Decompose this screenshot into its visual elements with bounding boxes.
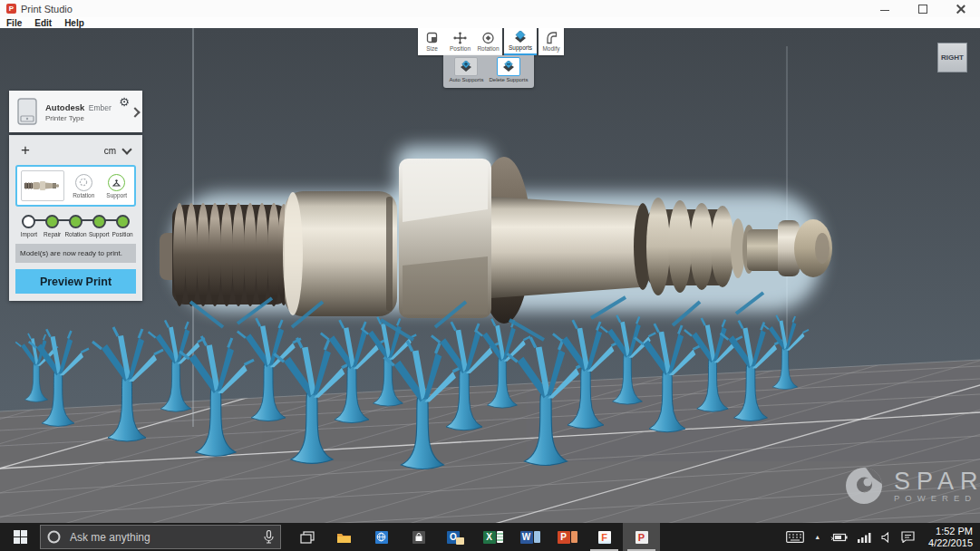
size-icon [425, 32, 439, 44]
model-rotation-button[interactable]: Rotation [70, 174, 98, 198]
printer-card[interactable]: Autodesk Ember Printer Type ⚙ [9, 91, 142, 132]
delete-supports-icon [501, 61, 516, 72]
action-center-icon[interactable] [901, 531, 915, 543]
auto-supports-icon [459, 61, 473, 72]
step-repair[interactable]: Repair [41, 215, 64, 237]
file-explorer-icon [336, 531, 352, 544]
search-input[interactable] [68, 530, 257, 545]
powerpoint-button[interactable]: P [548, 523, 586, 551]
viewport-3d[interactable]: Size Position Rotation [0, 28, 980, 523]
step-import[interactable]: Import [17, 215, 41, 237]
battery-charging-icon[interactable] [830, 532, 848, 543]
status-message: Model(s) are now ready to print. [15, 244, 136, 263]
fusion-icon: F [598, 531, 611, 544]
taskbar-apps: O X W P F P [288, 523, 660, 551]
size-button[interactable]: Size [418, 28, 446, 55]
network-signal-icon[interactable] [858, 532, 871, 543]
system-tray: ▲ 1:52 PM 4/22/2015 [786, 526, 980, 549]
add-model-button[interactable]: + [15, 142, 35, 159]
print-setup-panel: Autodesk Ember Printer Type ⚙ + cm [9, 91, 142, 301]
tray-time: 1:52 PM [928, 526, 973, 537]
fusion-app-button[interactable]: F [586, 523, 623, 551]
word-icon: W [520, 531, 533, 544]
windows-logo-icon [14, 530, 27, 544]
units-dropdown[interactable]: cm [104, 146, 136, 156]
spark-name: SPARK [894, 469, 980, 493]
supports-subtoolbar: Auto Supports Delete Supports [443, 55, 534, 88]
task-view-button[interactable] [288, 523, 325, 551]
maximize-icon [918, 5, 927, 14]
task-view-icon [300, 531, 315, 544]
excel-button[interactable]: X [474, 523, 511, 551]
barrel-section [491, 197, 640, 298]
spark-swirl-icon [843, 465, 885, 507]
step-support[interactable]: Support [87, 215, 111, 237]
minimize-button[interactable] [866, 0, 904, 17]
store-icon [412, 531, 425, 544]
volume-icon[interactable] [881, 532, 891, 543]
menu-bar: File Edit Help [0, 17, 980, 28]
step-rotation-dot [69, 215, 82, 228]
insulator-rib-section [646, 198, 734, 295]
step-repair-dot [45, 215, 59, 228]
printer-settings-gear-icon[interactable]: ⚙ [119, 97, 130, 108]
close-button[interactable] [942, 0, 980, 17]
printer-model: Ember [89, 103, 112, 112]
position-button[interactable]: Position [446, 28, 474, 55]
delete-supports-button[interactable]: Delete Supports [490, 57, 529, 82]
menu-file[interactable]: File [6, 18, 22, 28]
supports-button[interactable]: Supports [504, 28, 537, 55]
word-button[interactable]: W [511, 523, 548, 551]
rotation-button[interactable]: Rotation [474, 28, 502, 55]
step-position-dot [116, 215, 130, 228]
units-value: cm [104, 146, 116, 156]
model-support-button[interactable]: Support [103, 174, 131, 198]
supports-icon [513, 31, 528, 44]
word-page [534, 531, 540, 543]
store-button[interactable] [400, 523, 437, 551]
tray-clock[interactable]: 1:52 PM 4/22/2015 [928, 526, 973, 549]
viewport-3d-scene [0, 28, 980, 523]
cortana-icon [47, 530, 61, 544]
menu-edit[interactable]: Edit [34, 18, 52, 28]
show-hidden-icons-caret[interactable]: ▲ [814, 534, 820, 540]
microphone-icon[interactable] [264, 530, 274, 544]
cortana-search-box[interactable] [40, 525, 281, 549]
touch-keyboard-icon[interactable] [786, 531, 804, 543]
position-icon [453, 32, 467, 44]
edge-browser-button[interactable] [363, 523, 400, 551]
model-list-item[interactable]: Rotation Support [15, 165, 136, 207]
auto-supports-button[interactable]: Auto Supports [449, 57, 483, 82]
preview-print-button[interactable]: Preview Print [15, 269, 136, 294]
maximize-button[interactable] [904, 0, 942, 17]
modify-button[interactable]: Modify [539, 28, 564, 55]
windows-taskbar: O X W P F P [0, 523, 980, 551]
printer-type-label: Printer Type [45, 113, 112, 123]
spark-tagline: POWERED [894, 493, 980, 503]
model-thumbnail-image [24, 180, 61, 191]
app-logo-icon: P [6, 4, 16, 14]
hex-nut-section [399, 159, 491, 318]
excel-page [497, 531, 503, 543]
outlook-envelope [456, 537, 464, 545]
model-tools-card: + cm [9, 135, 142, 301]
print-studio-app-button[interactable]: P [623, 523, 660, 551]
window-title: Print Studio [21, 4, 73, 14]
view-cube[interactable]: RIGHT [937, 43, 967, 72]
minimize-icon [880, 10, 889, 11]
model-rotation-icon [75, 174, 92, 191]
outlook-button[interactable]: O [437, 523, 474, 551]
title-bar: P Print Studio [0, 0, 980, 18]
units-chevron-down-icon [121, 144, 131, 154]
print-studio-window: P Print Studio File Edit Help [0, 0, 980, 551]
printer-brand: Autodesk [45, 102, 84, 112]
rotation-icon [481, 32, 495, 44]
step-position[interactable]: Position [111, 215, 134, 237]
file-explorer-button[interactable] [325, 523, 363, 551]
model-thumbnail[interactable] [21, 170, 64, 201]
start-button[interactable] [0, 523, 40, 551]
menu-help[interactable]: Help [64, 18, 84, 28]
step-rotation[interactable]: Rotation [64, 215, 88, 237]
printer-expand-chevron-icon[interactable] [130, 107, 140, 117]
model-support-icon [108, 174, 125, 191]
